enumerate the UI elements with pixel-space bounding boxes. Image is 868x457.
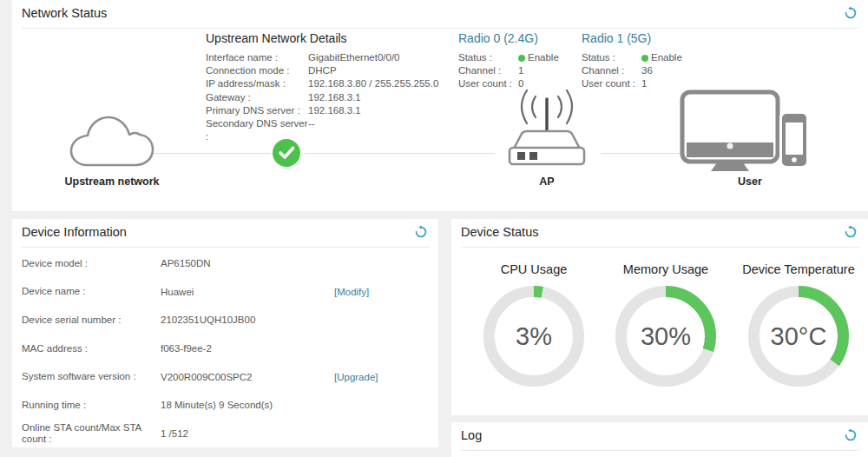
info-row: Device model :AP6150DN — [12, 249, 438, 278]
radio-row: Channel :36 — [582, 64, 682, 77]
connection-line — [149, 153, 271, 154]
radio-label: Channel : — [458, 64, 518, 77]
upstream-network-label: Upstream network — [43, 176, 181, 188]
refresh-icon — [844, 428, 858, 442]
info-value: Huawei — [161, 287, 334, 297]
detail-value: -- — [308, 117, 315, 143]
radio-status: Enable — [641, 51, 682, 64]
info-label: Device model : — [22, 258, 161, 269]
radio-row: Channel :1 — [458, 64, 559, 77]
info-value: V200R009C00SPC2 — [161, 372, 334, 382]
status-enabled-dot — [518, 55, 525, 62]
detail-label: Gateway : — [206, 91, 308, 104]
user-label: User — [698, 176, 802, 188]
detail-row: Primary DNS server :192.168.3.1 — [206, 104, 438, 117]
info-row: Device name :Huawei[Modify] — [12, 278, 438, 307]
info-value: 2102351UQH10JB00 — [161, 315, 334, 325]
gauge-title: Memory Usage — [601, 262, 731, 276]
radio1-title: Radio 1 (5G) — [582, 31, 682, 45]
radio-label: Status : — [582, 51, 641, 64]
panel-title: Network Status — [22, 6, 107, 20]
detail-value: 192.168.3.1 — [308, 91, 361, 104]
radio0-title: Radio 0 (2.4G) — [458, 31, 559, 45]
ap-label: AP — [495, 176, 599, 188]
info-row: MAC address :f063-f9ee-2 — [12, 334, 438, 363]
connection-line — [304, 153, 495, 154]
device-status-panel: Device Status CPU Usage 3% Memory — [451, 219, 868, 415]
device-information-header: Device Information — [22, 219, 430, 248]
network-status-header: Network Status — [22, 0, 859, 29]
detail-row: Interface name :GigabitEthernet0/0/0 — [206, 51, 438, 64]
detail-label: IP address/mask : — [206, 77, 308, 90]
radio-label: Status : — [458, 51, 518, 64]
info-label: System software version : — [22, 371, 161, 382]
radio-channel: 1 — [518, 64, 523, 77]
info-row: Running time :18 Minute(s) 9 Second(s) — [12, 391, 438, 420]
gauge-value: 30% — [615, 285, 717, 387]
link-ok-check-icon — [271, 137, 302, 172]
panel-title: Device Information — [22, 225, 127, 239]
refresh-button[interactable] — [844, 428, 858, 442]
ap-icon — [495, 83, 599, 174]
gauges-row: CPU Usage 3% Memory Usage 30% — [451, 248, 868, 414]
info-label: MAC address : — [22, 343, 161, 354]
radio-user-count: 1 — [641, 77, 647, 90]
radio-row: Status :Enable — [458, 51, 559, 64]
refresh-icon — [844, 225, 858, 239]
info-value: f063-f9ee-2 — [161, 343, 334, 354]
detail-label: Connection mode : — [206, 64, 308, 77]
detail-value: 192.168.3.1 — [308, 104, 361, 117]
detail-value: DHCP — [308, 64, 337, 77]
refresh-icon — [844, 6, 858, 20]
dashboard-page: Network Status Upstream Network Details … — [0, 0, 868, 457]
info-label: Device serial number : — [22, 315, 161, 326]
info-value: 18 Minute(s) 9 Second(s) — [161, 400, 334, 410]
radio0-block: Radio 0 (2.4G) Status :Enable Channel :1… — [458, 31, 559, 91]
info-label: Online STA count/Max STA count : — [22, 422, 161, 445]
cloud-icon — [61, 111, 165, 176]
detail-row: IP address/mask :192.168.3.80 / 255.255.… — [206, 77, 438, 90]
log-header: Log — [461, 422, 859, 451]
detail-row: Gateway :192.168.3.1 — [206, 91, 438, 104]
info-label: Running time : — [22, 400, 161, 411]
panel-title: Log — [461, 428, 482, 442]
radio-label: Channel : — [582, 64, 641, 77]
detail-label: Interface name : — [206, 51, 308, 64]
detail-value: GigabitEthernet0/0/0 — [308, 51, 400, 64]
device-info-rows: Device model :AP6150DN Device name :Huaw… — [12, 248, 438, 447]
log-panel: Log — [451, 422, 868, 457]
user-devices-icon — [672, 87, 811, 176]
gauge-title: Device Temperature — [733, 262, 864, 276]
upstream-network-details: Upstream Network Details Interface name … — [206, 31, 438, 143]
detail-row: Connection mode :DHCP — [206, 64, 438, 77]
gauge-title: CPU Usage — [469, 262, 599, 276]
refresh-button[interactable] — [844, 225, 858, 239]
status-enabled-dot — [641, 55, 648, 62]
modify-link[interactable]: [Modify] — [334, 287, 369, 297]
radio1-block: Radio 1 (5G) Status :Enable Channel :36 … — [582, 31, 682, 91]
refresh-button[interactable] — [844, 6, 858, 20]
info-row: Device serial number :2102351UQH10JB00 — [12, 306, 438, 334]
device-status-header: Device Status — [461, 219, 859, 248]
detail-row: Secondary DNS server :-- — [206, 117, 438, 143]
refresh-icon — [414, 225, 428, 239]
gauge-value: 30°C — [747, 285, 850, 387]
info-row: Online STA count/Max STA count :1 /512 — [12, 420, 438, 448]
cpu-usage-gauge: CPU Usage 3% — [469, 248, 599, 387]
gauge-value: 3% — [483, 285, 585, 387]
upgrade-link[interactable]: [Upgrade] — [334, 372, 378, 382]
refresh-button[interactable] — [414, 225, 428, 239]
info-label: Device name : — [22, 286, 161, 297]
radio-row: Status :Enable — [582, 51, 682, 64]
device-information-panel: Device Information Device model :AP6150D… — [12, 219, 438, 447]
network-status-panel: Network Status Upstream Network Details … — [12, 0, 868, 211]
info-value: 1 /512 — [161, 428, 334, 439]
upstream-details-title: Upstream Network Details — [206, 31, 438, 45]
memory-usage-gauge: Memory Usage 30% — [601, 248, 731, 387]
radio-status: Enable — [518, 51, 559, 64]
info-row: System software version :V200R009C00SPC2… — [12, 362, 438, 391]
detail-label: Primary DNS server : — [206, 104, 308, 117]
info-value: AP6150DN — [161, 258, 334, 268]
panel-title: Device Status — [461, 225, 538, 239]
radio-channel: 36 — [641, 64, 653, 77]
